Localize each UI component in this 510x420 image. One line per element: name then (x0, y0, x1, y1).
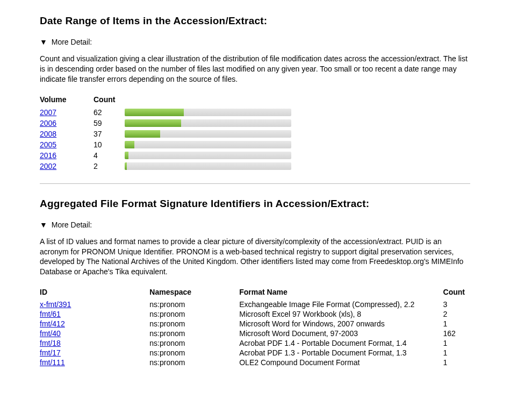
count-cell: 1 (443, 358, 470, 367)
namespace-cell: ns:pronom (149, 319, 239, 329)
count-cell: 3 (443, 300, 470, 309)
year-link[interactable]: 2006 (40, 119, 56, 127)
year-link[interactable]: 2007 (40, 108, 56, 117)
format-table: ID Namespace Format Name Count x-fmt/391… (40, 287, 470, 367)
namespace-cell: ns:pronom (149, 358, 239, 367)
section-divider (40, 183, 470, 184)
format-id-link[interactable]: fmt/18 (40, 339, 61, 347)
count-cell: 10 (94, 139, 125, 150)
table-row: x-fmt/391ns:pronomExchangeable Image Fil… (40, 300, 470, 309)
count-cell: 2 (94, 161, 125, 172)
format-id-link[interactable]: x-fmt/391 (40, 300, 71, 309)
bar-track (125, 119, 291, 127)
table-row: fmt/61ns:pronomMicrosoft Excel 97 Workbo… (40, 309, 470, 319)
count-cell: 59 (94, 118, 125, 129)
count-cell: 1 (443, 338, 470, 348)
col-id: ID (40, 287, 149, 300)
count-cell: 2 (443, 309, 470, 319)
table-row: 200659 (40, 118, 302, 129)
namespace-cell: ns:pronom (149, 338, 239, 348)
table-row: fmt/412ns:pronomMicrosoft Word for Windo… (40, 319, 470, 329)
triangle-down-icon: ▼ (40, 220, 47, 229)
namespace-cell: ns:pronom (149, 300, 239, 309)
format-id-link[interactable]: fmt/111 (40, 358, 65, 367)
table-row: fmt/40ns:pronomMicrosoft Word Document, … (40, 329, 470, 338)
format-name-cell: Acrobat PDF 1.3 - Portable Document Form… (239, 348, 443, 358)
count-cell: 37 (94, 129, 125, 139)
format-name-cell: Microsoft Excel 97 Workbook (xls), 8 (239, 309, 443, 319)
table-row: fmt/111ns:pronomOLE2 Compound Document F… (40, 358, 470, 367)
col-count: Count (443, 287, 470, 300)
count-cell: 62 (94, 107, 125, 118)
format-name-cell: OLE2 Compound Document Format (239, 358, 443, 367)
bar-track (125, 141, 291, 148)
format-name-cell: Exchangeable Image File Format (Compress… (239, 300, 443, 309)
table-row: fmt/18ns:pronomAcrobat PDF 1.4 - Portabl… (40, 338, 470, 348)
bar-track (125, 152, 291, 159)
count-cell: 162 (443, 329, 470, 338)
format-id-link[interactable]: fmt/40 (40, 329, 61, 338)
table-row: 20022 (40, 161, 302, 172)
format-name-cell: Microsoft Word Document, 97-2003 (239, 329, 443, 338)
table-row: 200762 (40, 107, 302, 118)
year-link[interactable]: 2002 (40, 162, 56, 170)
table-row: fmt/17ns:pronomAcrobat PDF 1.3 - Portabl… (40, 348, 470, 358)
format-id-link[interactable]: fmt/61 (40, 310, 61, 318)
date-range-heading: Date Range of Items in the Accession/Ext… (40, 15, 470, 27)
bar-fill (125, 152, 128, 159)
format-heading: Aggregated File Format Signature Identif… (40, 198, 470, 210)
format-id-link[interactable]: fmt/17 (40, 348, 61, 357)
bar-fill (125, 119, 181, 127)
format-id-link[interactable]: fmt/412 (40, 319, 65, 328)
bar-track (125, 162, 291, 170)
namespace-cell: ns:pronom (149, 329, 239, 338)
format-name-cell: Acrobat PDF 1.4 - Portable Document Form… (239, 338, 443, 348)
format-name-cell: Microsoft Word for Windows, 2007 onwards (239, 319, 443, 329)
year-link[interactable]: 2016 (40, 151, 56, 160)
col-format: Format Name (239, 287, 443, 300)
namespace-cell: ns:pronom (149, 309, 239, 319)
bar-fill (125, 141, 134, 148)
namespace-cell: ns:pronom (149, 348, 239, 358)
more-detail-toggle-1[interactable]: ▼ More Detail: (40, 38, 470, 46)
bar-fill (125, 162, 127, 170)
more-detail-label: More Detail: (52, 38, 92, 46)
count-cell: 4 (94, 150, 125, 161)
bar-track (125, 130, 291, 138)
table-row: 200510 (40, 139, 302, 150)
triangle-down-icon: ▼ (40, 38, 47, 46)
more-detail-label: More Detail: (52, 220, 92, 229)
bar-fill (125, 109, 184, 116)
table-row: 20164 (40, 150, 302, 161)
bar-track (125, 109, 291, 116)
count-cell: 1 (443, 348, 470, 358)
year-link[interactable]: 2008 (40, 130, 56, 138)
col-namespace: Namespace (149, 287, 239, 300)
count-cell: 1 (443, 319, 470, 329)
more-detail-toggle-2[interactable]: ▼ More Detail: (40, 220, 470, 229)
col-count: Count (94, 94, 125, 107)
format-description: A list of ID values and format names to … (40, 237, 470, 277)
bar-fill (125, 130, 160, 138)
col-volume: Volume (40, 94, 94, 107)
year-link[interactable]: 2005 (40, 140, 56, 149)
table-row: 200837 (40, 129, 302, 139)
date-range-table: Volume Count 200762200659200837200510201… (40, 94, 302, 172)
date-range-description: Count and visualization giving a clear i… (40, 54, 470, 84)
